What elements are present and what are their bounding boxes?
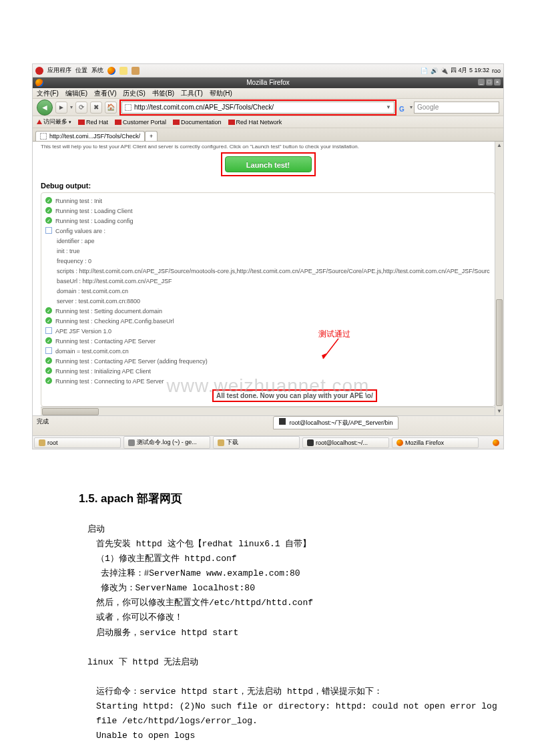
doc-text: 修改为：ServerName localhost:80 [79, 581, 502, 596]
urlbar-highlight: http://test.comit.com.cn/APE_JSF/Tools/C… [119, 100, 396, 116]
bookmark-documentation[interactable]: Documentation [173, 119, 222, 126]
check-icon: ✓ [45, 217, 52, 224]
scroll-down-icon[interactable]: ▼ [495, 407, 503, 415]
workspace-icon[interactable] [493, 439, 499, 446]
gnome-bottom-panel: root 测试命令.log (~) - ge... 下载 root@localh… [33, 435, 503, 449]
gnome-top-panel: 应用程序 位置 系统 📄 🔊 🔌 四 4月 5 19:32 roo [33, 64, 503, 77]
check-icon: ✓ [45, 317, 52, 324]
doc-text: 运行命令：service httpd start，无法启动 httpd，错误提示… [79, 685, 502, 699]
folder-icon [218, 439, 224, 446]
taskbar-item[interactable]: Mozilla Firefox [392, 437, 479, 448]
menu-history[interactable]: 历史(S) [123, 89, 145, 98]
brush-launcher-icon[interactable] [131, 67, 140, 75]
user-menu[interactable]: roo [492, 67, 501, 74]
menu-view[interactable]: 查看(V) [94, 89, 116, 98]
tray-icon[interactable]: 🔊 [431, 67, 438, 74]
bookmark-rhn[interactable]: Red Hat Network [228, 119, 282, 126]
doc-text: 启动服务，service httpd start [79, 626, 502, 640]
svg-text:G: G [399, 106, 405, 113]
menu-file[interactable]: 文件(F) [37, 89, 59, 98]
doc-text: 首先安装 httpd 这个包【redhat linux6.1 自带】 [79, 537, 502, 552]
search-input[interactable]: Google [414, 102, 499, 114]
firefox-icon [35, 79, 43, 87]
firefox-launcher-icon[interactable] [107, 67, 115, 75]
url-text: http://test.comit.com.cn/APE_JSF/Tools/C… [134, 104, 274, 111]
taskbar-item[interactable]: 测试命令.log (~) - ge... [123, 436, 210, 449]
bookmark-icon [37, 120, 42, 124]
browser-tab[interactable]: http://test.comi...JSF/Tools/Check/ [35, 131, 145, 141]
redhat-icon [228, 120, 235, 125]
doc-text: 去掉注释：#ServerName www.example.com:80 [79, 566, 502, 581]
terminal-tab[interactable]: root@localhost:~/下载/APE_Server/bin [273, 416, 398, 429]
menu-bookmarks[interactable]: 书签(B) [152, 89, 174, 98]
redhat-icon [173, 120, 180, 125]
reload-button[interactable]: ⟳ [75, 102, 87, 114]
new-tab-button[interactable]: + [145, 131, 158, 141]
bookmark-most-visited[interactable]: 访问最多▾ [37, 118, 71, 126]
firefox-navbar: ◄ ► ▾ ⟳ ✖ 🏠 http://test.comit.com.cn/APE… [33, 99, 503, 116]
check-icon: ✓ [45, 367, 52, 374]
stop-button[interactable]: ✖ [90, 102, 102, 114]
tab-label: http://test.comi...JSF/Tools/Check/ [49, 133, 140, 140]
check-icon: ✓ [45, 207, 52, 214]
firefox-icon [396, 439, 403, 446]
check-icon: ✓ [45, 337, 52, 344]
doc-text: Starting httpd: (2)No such file or direc… [79, 699, 502, 729]
folder-icon [39, 439, 45, 446]
taskbar-item[interactable]: root@localhost:~/... [302, 437, 389, 448]
firefox-statusbar: 完成 root@localhost:~/下载/APE_Server/bin [33, 415, 503, 435]
bookmark-customer-portal[interactable]: Customer Portal [115, 119, 166, 126]
apps-menu[interactable]: 应用程序 [47, 66, 71, 75]
scrollbar-thumb[interactable] [42, 408, 99, 415]
box-icon [45, 347, 52, 354]
result-message: All test done. Now you can play with you… [212, 389, 377, 402]
check-icon: ✓ [45, 307, 52, 314]
box-icon [45, 327, 52, 334]
home-button[interactable]: 🏠 [105, 102, 117, 114]
system-menu[interactable]: 系统 [91, 66, 103, 75]
taskbar-item[interactable]: root [34, 437, 121, 448]
doc-text: 然后，你可以修改主配置文件/etc/httpd/httd.conf [79, 596, 502, 610]
bookmarks-toolbar: 访问最多▾ Red Hat Customer Portal Documentat… [33, 116, 503, 128]
menu-edit[interactable]: 编辑(E) [65, 89, 87, 98]
menu-help[interactable]: 帮助(H) [210, 89, 232, 98]
places-menu[interactable]: 位置 [75, 66, 87, 75]
check-icon: ✓ [45, 357, 52, 364]
check-icon: ✓ [45, 377, 52, 384]
tab-favicon [40, 133, 47, 140]
clock[interactable]: 四 4月 5 19:32 [451, 66, 489, 75]
redhat-icon [78, 120, 85, 125]
minimize-button[interactable]: _ [478, 79, 485, 85]
scrollbar-thumb[interactable] [496, 299, 503, 406]
url-dropdown-icon[interactable]: ▼ [386, 104, 391, 110]
page-content: This test will help you to test your APE… [33, 142, 503, 415]
gedit-icon [128, 439, 135, 446]
maximize-button[interactable]: □ [486, 79, 493, 85]
terminal-icon [307, 439, 314, 446]
menu-tools[interactable]: 工具(T) [181, 89, 203, 98]
notes-launcher-icon[interactable] [119, 67, 127, 75]
document-body: 1.5. apach 部署网页 启动 首先安装 httpd 这个包【redhat… [0, 449, 534, 756]
bookmark-redhat[interactable]: Red Hat [78, 119, 108, 126]
vertical-scrollbar[interactable]: ▲ ▼ [495, 142, 503, 415]
url-input[interactable]: http://test.comit.com.cn/APE_JSF/Tools/C… [121, 102, 394, 114]
doc-text: 或者，你可以不修改！ [79, 610, 502, 625]
forward-button[interactable]: ► [55, 102, 67, 114]
status-text: 完成 [37, 417, 49, 426]
launch-highlight: Launch test! [221, 152, 316, 176]
tray-icon[interactable]: 📄 [421, 67, 428, 74]
box-icon [45, 227, 52, 234]
terminal-icon [279, 418, 286, 425]
launch-test-button[interactable]: Launch test! [225, 156, 312, 172]
search-engine-icon[interactable]: G [399, 104, 407, 112]
taskbar-item[interactable]: 下载 [213, 436, 300, 449]
close-button[interactable]: × [494, 79, 501, 85]
firefox-menubar: 文件(F) 编辑(E) 查看(V) 历史(S) 书签(B) 工具(T) 帮助(H… [33, 88, 503, 99]
horizontal-scrollbar[interactable] [41, 407, 495, 415]
scroll-up-icon[interactable]: ▲ [495, 142, 503, 150]
back-button[interactable]: ◄ [37, 100, 53, 116]
tray-icon[interactable]: 🔌 [441, 67, 448, 74]
intro-text: This test will help you to test your APE… [41, 142, 495, 150]
doc-text: linux 下 httpd 无法启动 [79, 655, 502, 670]
window-title: Mozilla Firefox [246, 79, 289, 86]
